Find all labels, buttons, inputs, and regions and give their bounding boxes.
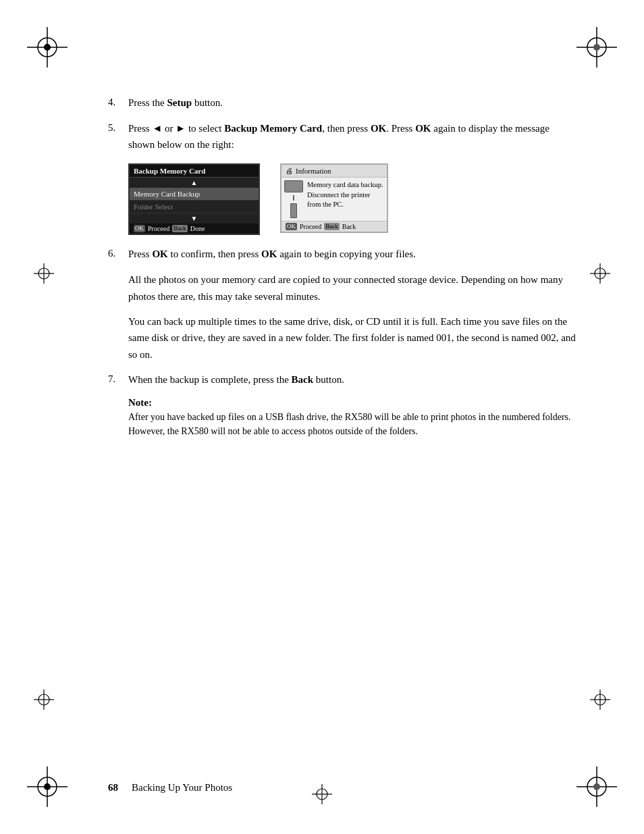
note-section: Note: After you have backed up files on …	[128, 397, 576, 439]
step-7-number: 7.	[108, 371, 128, 388]
step-6-number: 6.	[108, 246, 128, 262]
step-6: 6. Press OK to confirm, then press OK ag…	[108, 246, 576, 262]
side-mark-right-top	[590, 263, 610, 286]
side-mark-right-bottom	[590, 689, 610, 712]
side-mark-left-top	[34, 263, 54, 286]
svg-point-11	[44, 783, 51, 790]
info-screen: 🖨 Information Memory card data backup. D…	[280, 163, 388, 233]
svg-point-3	[44, 44, 51, 51]
step-5-number: 5.	[108, 120, 128, 153]
info-ok-btn: OK	[286, 223, 297, 230]
page-footer: 68 Backing Up Your Photos	[108, 782, 576, 793]
step-4-number: 4.	[108, 95, 128, 111]
step-5-text: Press ◄ or ► to select Backup Memory Car…	[128, 120, 576, 153]
note-label: Note:	[128, 397, 576, 409]
corner-mark-bl	[27, 766, 68, 807]
info-back-label: Back	[342, 223, 356, 230]
page-number: 68	[108, 782, 118, 793]
ok-label-2: OK	[415, 123, 431, 134]
lcd-arrow-down: ▼	[130, 213, 259, 224]
info-icon: 🖨	[286, 167, 293, 175]
arrow-left-label: ◄	[152, 123, 162, 134]
info-footer: OK Proceed Back Back	[281, 221, 387, 232]
info-proceed-label: Proceed	[300, 223, 321, 230]
lcd-item-folder-select: Folder Select	[130, 201, 259, 213]
side-mark-left-bottom	[34, 689, 54, 712]
lcd-screen-backup: Backup Memory Card ▲ Memory Card Backup …	[128, 163, 260, 235]
step-4-text: Press the Setup button.	[128, 95, 576, 111]
info-back-btn: Back	[324, 223, 340, 230]
info-icon-col	[284, 180, 303, 218]
lcd-item-memory-card-backup: Memory Card Backup	[130, 188, 259, 201]
step-7: 7. When the backup is complete, press th…	[108, 371, 576, 388]
lcd-back-btn: Back	[172, 225, 188, 232]
step-5: 5. Press ◄ or ► to select Backup Memory …	[108, 120, 576, 153]
lcd-footer: OK Proceed Back Done	[130, 224, 259, 234]
arrow-right-label: ►	[176, 123, 186, 134]
lcd-ok-btn: OK	[134, 225, 145, 232]
usb-drive-icon	[290, 203, 297, 218]
ok-label-4: OK	[261, 249, 277, 259]
setup-label: Setup	[167, 97, 192, 108]
step-7-text: When the backup is complete, press the B…	[128, 371, 576, 388]
info-body: Memory card data backup. Disconnect the …	[281, 178, 387, 221]
corner-mark-br	[576, 766, 617, 807]
info-title: Information	[296, 167, 331, 175]
ok-label-1: OK	[371, 123, 386, 134]
printer-icon	[284, 180, 303, 192]
step-4: 4. Press the Setup button.	[108, 95, 576, 111]
info-text: Memory card data backup. Disconnect the …	[307, 180, 384, 218]
screenshots-row: Backup Memory Card ▲ Memory Card Backup …	[128, 163, 576, 235]
ok-label-3: OK	[152, 249, 167, 259]
corner-mark-tl	[27, 27, 68, 68]
svg-point-7	[593, 44, 600, 51]
note-text: After you have backed up files on a USB …	[128, 410, 576, 439]
footer-title: Backing Up Your Photos	[132, 782, 232, 793]
info-header: 🖨 Information	[281, 165, 387, 178]
lcd-arrow-up: ▲	[130, 178, 259, 188]
svg-point-15	[593, 783, 600, 790]
lcd-done-label: Done	[190, 225, 205, 232]
step-6-text: Press OK to confirm, then press OK again…	[128, 246, 576, 262]
paragraph-1: All the photos on your memory card are c…	[128, 271, 576, 305]
page-content: 4. Press the Setup button. 5. Press ◄ or…	[108, 95, 576, 766]
lcd-header: Backup Memory Card	[130, 165, 259, 178]
corner-mark-tr	[576, 27, 617, 68]
back-label: Back	[292, 374, 314, 385]
paragraph-2: You can back up multiple times to the sa…	[128, 313, 576, 363]
lcd-proceed-label: Proceed	[148, 225, 169, 232]
backup-memory-card-label: Backup Memory Card	[224, 123, 322, 134]
